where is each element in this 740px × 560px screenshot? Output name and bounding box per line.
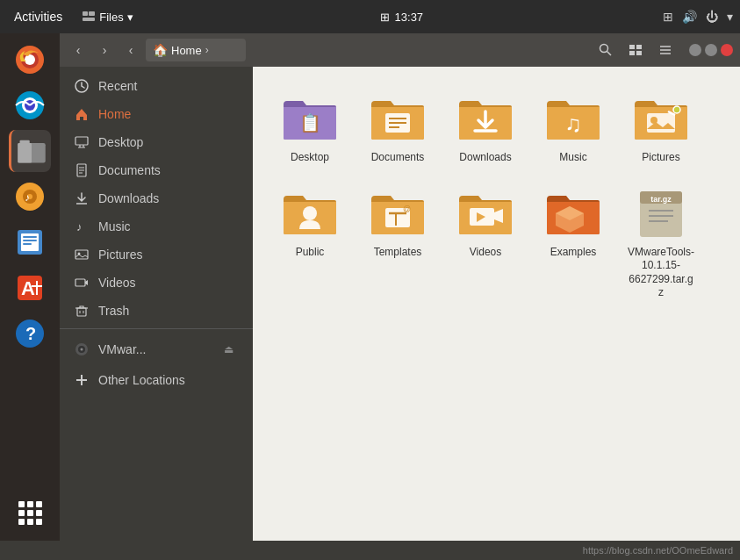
file-item-videos[interactable]: Videos [446, 179, 525, 305]
sidebar-item-recent[interactable]: Recent [60, 72, 253, 100]
files-menu-icon [82, 10, 96, 24]
menu-button[interactable] [652, 38, 679, 62]
dock: ♪ A ? [0, 33, 60, 541]
svg-rect-1 [83, 18, 95, 21]
sidebar-item-pictures[interactable]: Pictures [60, 241, 253, 269]
files-menu-button[interactable]: Files ▾ [75, 6, 140, 27]
location-arrow: › [205, 44, 209, 56]
system-bar-right: ⊞ 🔊 ⏻ ▾ [663, 10, 733, 24]
volume-icon[interactable]: 🔊 [682, 10, 697, 24]
svg-line-48 [607, 52, 612, 56]
dock-icon-thunderbird[interactable] [9, 84, 51, 126]
dock-icon-libreoffice[interactable] [9, 221, 51, 263]
videos-nav-icon [74, 275, 90, 291]
vmware-nav-icon [74, 341, 90, 357]
file-label-desktop: Desktop [291, 151, 329, 165]
archive-icon: tar.gz [633, 184, 689, 241]
minimize-button[interactable]: – [689, 44, 701, 56]
sidebar-item-vmware[interactable]: VMwar... ⏏ [60, 333, 253, 366]
file-label-downloads: Downloads [459, 151, 511, 165]
eject-button[interactable]: ⏏ [218, 339, 239, 360]
close-button[interactable]: × [721, 44, 733, 56]
file-label-vmwaretools: VMwareTools-10.1.15-6627299.tar.gz [627, 246, 695, 300]
system-bar-clock: ⊞ 13:37 [380, 11, 424, 24]
system-bar-left: Activities Files ▾ [7, 6, 140, 27]
main-area: ♪ A ? [0, 33, 740, 541]
dock-icon-files[interactable] [9, 130, 51, 172]
sidebar-item-music[interactable]: ♪ Music [60, 212, 253, 241]
folder-public-icon [282, 184, 338, 241]
dock-icon-rhythmbox[interactable]: ♪ [9, 176, 51, 218]
file-item-documents[interactable]: Documents [358, 84, 437, 170]
svg-rect-50 [636, 45, 642, 49]
file-label-public: Public [296, 246, 325, 260]
file-label-examples: Examples [550, 246, 597, 260]
file-label-music: Music [559, 151, 586, 165]
search-button[interactable] [593, 38, 619, 62]
svg-text:♪: ♪ [25, 191, 30, 204]
svg-point-67 [303, 206, 317, 220]
desktop-nav-icon [74, 134, 90, 150]
dock-icon-ubuntu-software[interactable]: A [9, 267, 51, 309]
svg-rect-20 [23, 243, 32, 245]
files-menu-arrow: ▾ [127, 11, 133, 24]
sidebar-label-other-locations: Other Locations [98, 373, 185, 387]
svg-rect-35 [75, 250, 88, 259]
network-icon[interactable]: ⊞ [663, 10, 673, 24]
svg-rect-18 [23, 236, 37, 238]
sidebar-item-documents[interactable]: Documents [60, 156, 253, 184]
file-item-public[interactable]: Public [270, 179, 349, 305]
sidebar-label-documents: Documents [98, 163, 161, 177]
sidebar-label-vmware: VMwar... [98, 342, 146, 356]
svg-point-5 [25, 54, 35, 65]
view-toggle-button[interactable] [622, 38, 649, 62]
folder-downloads-icon [457, 90, 514, 146]
sidebar-label-pictures: Pictures [98, 248, 143, 262]
file-label-videos: Videos [470, 246, 501, 260]
sidebar-item-desktop[interactable]: Desktop [60, 128, 253, 156]
sidebar: ‹ › ‹ 🏠 Home › Recent Ho [60, 33, 253, 541]
file-item-templates[interactable]: @ Templates [358, 179, 437, 305]
location-bar[interactable]: 🏠 Home › [146, 39, 246, 61]
sidebar-label-downloads: Downloads [98, 191, 159, 205]
sidebar-label-home: Home [98, 107, 131, 121]
activities-button[interactable]: Activities [7, 6, 69, 27]
location-text: Home [171, 44, 202, 57]
dock-icon-help[interactable]: ? [9, 312, 51, 355]
home-nav-icon [74, 106, 90, 122]
file-item-pictures[interactable]: Pictures [621, 84, 700, 170]
forward-button[interactable]: › [93, 39, 116, 61]
folder-examples-icon [545, 184, 601, 241]
sidebar-item-home[interactable]: Home [60, 100, 253, 128]
file-item-downloads[interactable]: Downloads [446, 84, 525, 170]
file-grid: 📋 Desktop Documents [253, 67, 740, 541]
show-apps-button[interactable] [9, 492, 51, 534]
folder-templates-icon: @ [370, 184, 426, 241]
folder-pictures-icon [633, 90, 689, 146]
recent-icon [74, 78, 90, 94]
dock-icon-firefox[interactable] [9, 39, 51, 81]
pictures-nav-icon [74, 247, 90, 262]
power-icon[interactable]: ⏻ [706, 10, 718, 24]
maximize-button[interactable]: □ [705, 44, 717, 56]
settings-arrow-icon[interactable]: ▾ [727, 10, 733, 24]
sidebar-label-videos: Videos [98, 276, 136, 290]
up-button[interactable]: ‹ [119, 39, 142, 61]
downloads-nav-icon [74, 190, 90, 206]
file-item-vmwaretools[interactable]: tar.gz VMwareTools-10.1.15-6627299.tar.g… [621, 179, 700, 305]
sidebar-item-other-locations[interactable]: Other Locations [60, 366, 253, 394]
file-item-music[interactable]: ♫ Music [534, 84, 613, 170]
svg-point-66 [673, 106, 680, 113]
file-label-templates: Templates [374, 246, 422, 260]
sidebar-items-list: Recent Home Desktop Docume [60, 67, 253, 541]
sidebar-item-downloads[interactable]: Downloads [60, 184, 253, 212]
file-item-desktop[interactable]: 📋 Desktop [270, 84, 349, 170]
back-button[interactable]: ‹ [67, 39, 90, 61]
folder-videos-icon [457, 184, 514, 241]
svg-text:📋: 📋 [299, 112, 321, 133]
sidebar-item-trash[interactable]: Trash [60, 297, 253, 325]
svg-point-44 [81, 348, 83, 351]
sidebar-item-videos[interactable]: Videos [60, 269, 253, 297]
file-item-examples[interactable]: Examples [534, 179, 613, 305]
system-bar: Activities Files ▾ ⊞ 13:37 ⊞ 🔊 ⏻ ▾ [0, 0, 740, 33]
